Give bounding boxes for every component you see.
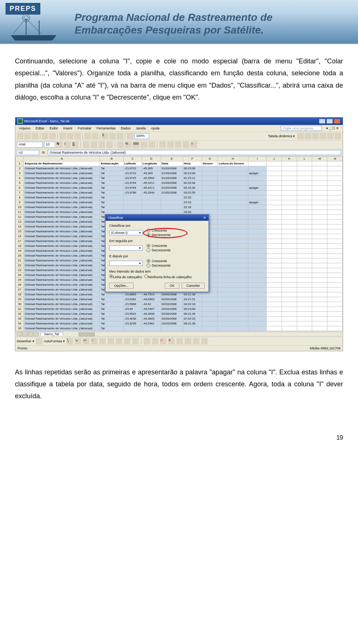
cell[interactable]: Onixsat Rastreamento de Veículos Ltda. (… xyxy=(24,224,100,229)
cell[interactable] xyxy=(161,200,183,205)
row-header[interactable]: 35 xyxy=(16,326,24,331)
cell[interactable] xyxy=(202,311,218,316)
cell[interactable]: Tal xyxy=(100,326,123,331)
menu-arquivo[interactable]: Arquivo xyxy=(17,126,33,131)
header-cell[interactable]: Empresa de Rastreamento xyxy=(24,161,100,166)
cell[interactable] xyxy=(282,234,297,239)
cell[interactable] xyxy=(218,244,248,248)
cell[interactable] xyxy=(218,176,248,180)
header-cell[interactable]: Data xyxy=(161,161,183,166)
chart-icon[interactable] xyxy=(127,133,134,139)
then-by2-dropdown[interactable]: ▾ xyxy=(109,261,143,266)
cell[interactable] xyxy=(266,166,282,171)
cell[interactable] xyxy=(248,180,267,185)
cell[interactable]: Onixsat Rastreamento de Veículos Ltda. (… xyxy=(24,311,100,316)
cell[interactable] xyxy=(218,307,248,311)
cell[interactable]: 22:33 xyxy=(183,200,202,205)
cell[interactable] xyxy=(282,277,297,282)
cell[interactable] xyxy=(327,180,343,185)
cell[interactable] xyxy=(218,311,248,316)
row-header[interactable]: 29 xyxy=(16,297,24,302)
cell[interactable]: Onixsat Rastreamento de Veículos Ltda. (… xyxy=(24,258,100,263)
cell[interactable] xyxy=(266,277,282,282)
row-header[interactable]: 6 xyxy=(16,185,24,190)
row-header[interactable]: 14 xyxy=(16,224,24,229)
row-header[interactable]: 5 xyxy=(16,180,24,185)
cell[interactable] xyxy=(266,210,282,214)
cell[interactable] xyxy=(297,180,312,185)
cell[interactable]: -23,9786 xyxy=(123,190,142,195)
cell[interactable] xyxy=(266,171,282,176)
cell[interactable] xyxy=(312,171,327,176)
cell[interactable] xyxy=(218,224,248,229)
row-header[interactable]: 3 xyxy=(16,171,24,176)
cell[interactable] xyxy=(183,326,202,331)
cell[interactable] xyxy=(202,180,218,185)
open-icon[interactable] xyxy=(24,133,31,139)
cell[interactable] xyxy=(218,166,248,171)
col-header-A[interactable]: A xyxy=(24,156,100,161)
cell[interactable] xyxy=(312,190,327,195)
cell[interactable] xyxy=(266,268,282,273)
row-header[interactable]: 26 xyxy=(16,282,24,287)
no-header-row-radio[interactable]: Nenhuma linha de cabeçalho xyxy=(144,274,192,279)
cell[interactable] xyxy=(248,229,267,234)
cell[interactable] xyxy=(202,185,218,190)
sheet-nav-last[interactable] xyxy=(34,332,39,336)
row-header[interactable]: 18 xyxy=(16,244,24,248)
cell[interactable] xyxy=(327,171,343,176)
cell[interactable]: 02/03/2008 xyxy=(161,321,183,326)
border-icon[interactable] xyxy=(175,141,182,148)
row-header[interactable]: 1 xyxy=(16,161,24,166)
formula-input[interactable]: Onixsat Rastreamento de Veículos Ltda. (… xyxy=(48,150,341,155)
cell[interactable] xyxy=(248,205,267,210)
cell[interactable] xyxy=(266,229,282,234)
cell[interactable] xyxy=(248,234,267,239)
cell[interactable] xyxy=(312,307,327,311)
header-cell[interactable] xyxy=(327,161,343,166)
cell[interactable] xyxy=(327,234,343,239)
cell[interactable] xyxy=(202,292,218,297)
header-cell[interactable] xyxy=(297,161,312,166)
cell[interactable] xyxy=(312,287,327,292)
header-cell[interactable]: Sensor xyxy=(202,161,218,166)
cell[interactable] xyxy=(266,244,282,248)
cell[interactable] xyxy=(282,180,297,185)
spreadsheet-grid[interactable]: ABCDEFGHIJKLMN1Empresa de RastreamentoEm… xyxy=(15,156,343,331)
underline-icon[interactable]: S xyxy=(72,141,79,148)
cell[interactable] xyxy=(266,176,282,180)
font-name-combo[interactable]: Arial xyxy=(17,142,43,148)
col-header-L[interactable]: L xyxy=(297,156,312,161)
cell[interactable] xyxy=(248,311,267,316)
cell[interactable] xyxy=(297,292,312,297)
line-icon[interactable]: ╲ xyxy=(66,338,73,345)
close-doc-button[interactable]: ▾ _ ☐ ✕ xyxy=(324,126,341,131)
cell[interactable] xyxy=(218,326,248,331)
row-header[interactable]: 21 xyxy=(16,258,24,263)
cell[interactable] xyxy=(327,248,343,253)
zoom-combo[interactable]: 100% xyxy=(134,133,149,139)
cell[interactable] xyxy=(248,316,267,321)
row-header[interactable]: 12 xyxy=(16,214,24,219)
cell[interactable] xyxy=(218,253,248,258)
font-size-combo[interactable]: 10 xyxy=(44,142,55,148)
cell[interactable] xyxy=(282,166,297,171)
cell[interactable] xyxy=(266,239,282,244)
row-header[interactable]: 23 xyxy=(16,268,24,273)
cell[interactable]: Onixsat Rastreamento de Veículos Ltda. (… xyxy=(24,185,100,190)
cell[interactable] xyxy=(282,190,297,195)
cell[interactable]: 03:21:31 xyxy=(183,297,202,302)
cell[interactable] xyxy=(266,282,282,287)
cell[interactable] xyxy=(123,195,142,200)
cell[interactable] xyxy=(327,166,343,171)
cell[interactable]: Onixsat Rastreamento de Veículos Ltda. (… xyxy=(24,302,100,307)
align-right-icon[interactable] xyxy=(98,141,105,148)
sort-asc-icon[interactable] xyxy=(109,133,116,139)
copy-icon[interactable] xyxy=(67,133,73,139)
cell[interactable] xyxy=(312,311,327,316)
pivot-btn6[interactable] xyxy=(335,133,341,139)
col-header-I[interactable]: I xyxy=(248,156,267,161)
cell[interactable] xyxy=(123,326,142,331)
line-style-icon[interactable]: ≡ xyxy=(168,338,175,345)
cell[interactable]: Tal xyxy=(100,311,123,316)
